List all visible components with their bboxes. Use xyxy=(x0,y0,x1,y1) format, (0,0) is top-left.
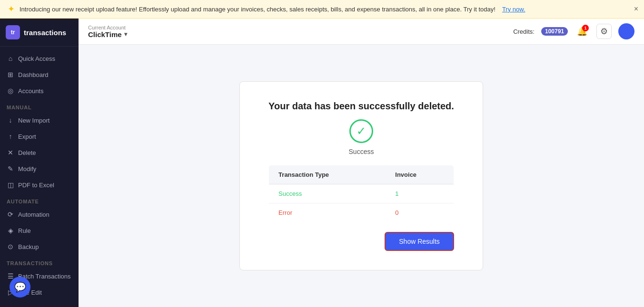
rule-icon: ◈ xyxy=(7,227,14,234)
delete-icon: ✕ xyxy=(7,149,14,156)
table-row: Error0 xyxy=(269,203,454,222)
sidebar-item-label: PDF to Excel xyxy=(18,182,54,189)
content-area: Current Account ClickTime ▾ Credits: 100… xyxy=(79,19,644,307)
close-banner-button[interactable]: × xyxy=(634,5,638,13)
quick-access-icon: ⌂ xyxy=(7,55,14,62)
success-title: Your data has been successfully deleted. xyxy=(268,101,454,112)
col-invoice: Invoice xyxy=(386,165,454,184)
sidebar-item-label: Backup xyxy=(18,243,39,250)
sidebar-item-label: Rule xyxy=(18,227,31,234)
sidebar-item-label: Modify xyxy=(18,165,36,173)
chat-icon: 💬 xyxy=(14,281,26,293)
sidebar-item-label: New Import xyxy=(18,117,50,124)
sidebar-item-label: Quick Access xyxy=(18,55,55,62)
automation-icon: ⟳ xyxy=(7,211,14,218)
sidebar-nav: ⌂ Quick Access ⊞ Dashboard ◎ Accounts MA… xyxy=(0,47,79,307)
star-icon: ✦ xyxy=(8,4,15,14)
page-body: Your data has been successfully deleted.… xyxy=(79,45,644,307)
sidebar-item-label: Export xyxy=(18,133,36,140)
transaction-type-cell: Success xyxy=(269,184,386,203)
account-selector[interactable]: Current Account ClickTime ▾ xyxy=(88,25,127,38)
accounts-icon: ◎ xyxy=(7,87,14,95)
transaction-type-cell: Error xyxy=(269,203,386,222)
new-import-icon: ↓ xyxy=(7,116,14,124)
pdf-to-excel-icon: ◫ xyxy=(7,181,14,189)
dashboard-icon: ⊞ xyxy=(7,71,14,78)
header-right: Credits: 100791 🔔 1 ⚙ xyxy=(513,23,634,39)
sidebar-logo: tr transactions xyxy=(0,19,79,47)
logo-text: transactions xyxy=(24,29,66,37)
modify-icon: ✎ xyxy=(7,165,14,173)
table-row: Success1 xyxy=(269,184,454,203)
notification-button[interactable]: 🔔 1 xyxy=(575,24,590,39)
sidebar-item-delete[interactable]: ✕ Delete xyxy=(0,144,79,161)
sidebar-item-pdf-to-excel[interactable]: ◫ PDF to Excel xyxy=(0,177,79,193)
section-transactions: TRANSACTIONS xyxy=(0,255,79,268)
sidebar-item-export[interactable]: ↑ Export xyxy=(0,128,79,144)
header-bar: Current Account ClickTime ▾ Credits: 100… xyxy=(79,19,644,45)
col-transaction-type: Transaction Type xyxy=(269,165,386,184)
section-automate: AUTOMATE xyxy=(0,193,79,206)
invoice-value-cell: 0 xyxy=(386,203,454,222)
sidebar-item-label: Dashboard xyxy=(18,71,49,78)
sidebar-item-rule[interactable]: ◈ Rule xyxy=(0,222,79,239)
section-manual: MANUAL xyxy=(0,99,79,112)
sidebar-item-label: Automation xyxy=(18,211,50,218)
success-check-icon: ✓ xyxy=(349,119,373,143)
sidebar-item-modify[interactable]: ✎ Modify xyxy=(0,161,79,177)
sidebar-item-automation[interactable]: ⟳ Automation xyxy=(0,206,79,222)
backup-icon: ⊙ xyxy=(7,243,14,250)
show-results-button[interactable]: Show Results xyxy=(385,232,454,251)
invoice-value-cell: 1 xyxy=(386,184,454,203)
sidebar-item-quick-access[interactable]: ⌂ Quick Access xyxy=(0,50,79,67)
settings-button[interactable]: ⚙ xyxy=(596,24,612,39)
sidebar-item-backup[interactable]: ⊙ Backup xyxy=(0,239,79,255)
credits-badge: 100791 xyxy=(541,27,568,36)
logo-icon: tr xyxy=(6,25,20,39)
results-table: Transaction Type Invoice Success1Error0 xyxy=(268,165,454,222)
chat-bubble-button[interactable]: 💬 xyxy=(10,277,30,297)
success-label: Success xyxy=(268,148,454,155)
export-icon: ↑ xyxy=(7,133,14,140)
sidebar-item-label: Delete xyxy=(18,149,36,156)
account-name: ClickTime ▾ xyxy=(88,30,127,38)
sidebar-item-label: Accounts xyxy=(18,87,43,95)
sidebar-item-accounts[interactable]: ◎ Accounts xyxy=(0,83,79,99)
banner-text: Introducing our new receipt upload featu… xyxy=(20,6,495,13)
top-banner: ✦ Introducing our new receipt upload fea… xyxy=(0,0,644,19)
sidebar-item-dashboard[interactable]: ⊞ Dashboard xyxy=(0,67,79,83)
chevron-down-icon: ▾ xyxy=(124,31,127,38)
notification-badge: 1 xyxy=(582,25,589,31)
success-card: Your data has been successfully deleted.… xyxy=(239,81,483,270)
try-now-link[interactable]: Try now. xyxy=(502,6,525,13)
section-reports: REPORTS xyxy=(0,300,79,307)
current-account-label: Current Account xyxy=(88,25,127,30)
credits-label: Credits: xyxy=(513,28,535,35)
avatar[interactable] xyxy=(618,23,634,39)
sidebar-item-new-import[interactable]: ↓ New Import xyxy=(0,112,79,128)
sidebar: tr transactions ⌂ Quick Access ⊞ Dashboa… xyxy=(0,19,79,307)
